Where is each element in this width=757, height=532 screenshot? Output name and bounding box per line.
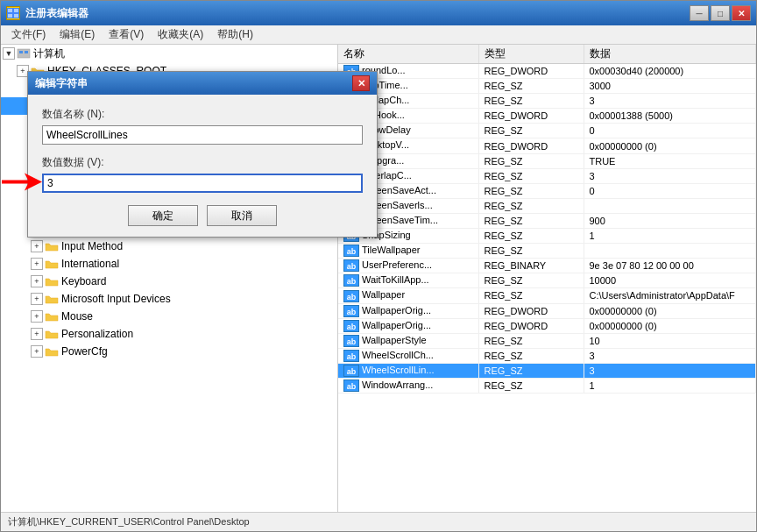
tree-node-computer[interactable]: ▼ 计算机	[1, 45, 337, 62]
tree-expand-personalization[interactable]: +	[31, 328, 43, 340]
table-row[interactable]: abWheelScrollLin...REG_SZ3	[338, 363, 756, 378]
menu-view[interactable]: 查看(V)	[102, 25, 151, 44]
main-window: 注册表编辑器 ─ □ ✕ 文件(F) 编辑(E) 查看(V) 收藏夹(A) 帮助…	[0, 0, 757, 532]
col-type[interactable]: 类型	[478, 45, 584, 64]
reg-name-cell: abWaitToKillApp...	[338, 273, 478, 288]
table-row[interactable]: abWheelScrollCh...REG_SZ3	[338, 348, 756, 363]
table-row[interactable]: abTileWallpaperREG_SZ	[338, 244, 756, 259]
tree-expand-computer[interactable]: ▼	[3, 47, 15, 60]
menu-help[interactable]: 帮助(H)	[210, 25, 260, 44]
table-row[interactable]: abWindowArrang...REG_SZ1	[338, 378, 756, 393]
dialog-close-button[interactable]: ✕	[352, 75, 370, 91]
tree-node-msinputdev[interactable]: + Microsoft Input Devices	[1, 290, 337, 308]
reg-data-cell	[584, 244, 756, 259]
table-row[interactable]: abUserPreferenc...REG_BINARY9e 3e 07 80 …	[338, 259, 756, 273]
reg-data-cell: 10000	[584, 273, 756, 288]
tree-label-international: International	[61, 258, 119, 270]
reg-type-cell: REG_SZ	[478, 288, 584, 303]
svg-rect-2	[14, 9, 18, 12]
maximize-button[interactable]: □	[711, 5, 730, 21]
title-bar-buttons: ─ □ ✕	[690, 5, 751, 21]
tree-node-keyboard[interactable]: + Keyboard	[1, 273, 337, 290]
registry-table: 名称 类型 数据 abroundLo...REG_DWORD0x00030d40…	[338, 45, 756, 394]
dialog-buttons: 确定 取消	[42, 205, 363, 226]
tree-node-mouse[interactable]: + Mouse	[1, 308, 337, 325]
reg-data-cell: 3000	[584, 79, 756, 94]
reg-name-cell: abWallpaper	[338, 288, 478, 303]
tree-label-msinputdev: Microsoft Input Devices	[61, 293, 171, 305]
svg-rect-6	[19, 51, 23, 53]
table-row[interactable]: abWallpaperStyleREG_SZ10	[338, 333, 756, 348]
folder-icon-international	[45, 258, 59, 270]
folder-icon-msinputdev	[45, 293, 59, 305]
reg-type-cell: REG_SZ	[478, 168, 584, 183]
reg-type-cell: REG_DWORD	[478, 64, 584, 79]
reg-data-cell: 0	[584, 124, 756, 138]
name-label: 数值名称 (N):	[42, 107, 363, 122]
tree-label-mouse: Mouse	[61, 310, 93, 323]
minimize-button[interactable]: ─	[690, 5, 709, 21]
table-row[interactable]: abWallpaperREG_SZC:\Users\Administrator\…	[338, 288, 756, 303]
tree-expand-msinputdev[interactable]: +	[31, 293, 43, 305]
tree-expand-international[interactable]: +	[31, 258, 43, 270]
reg-type-icon: ab	[343, 245, 359, 257]
table-row[interactable]: abWallpaperOrig...REG_DWORD0x00000000 (0…	[338, 318, 756, 333]
data-input[interactable]	[42, 174, 363, 193]
table-row[interactable]: abVerlapCh...REG_SZ3	[338, 94, 756, 109]
table-row[interactable]: abOVerlapC...REG_SZ3	[338, 168, 756, 183]
tree-expand-keyboard[interactable]: +	[31, 275, 43, 287]
tree-expand-powercfg[interactable]: +	[31, 345, 43, 358]
table-row[interactable]: abn Upgra...REG_SZTRUE	[338, 153, 756, 168]
table-row[interactable]: abAppTime...REG_SZ3000	[338, 79, 756, 94]
tree-node-powercfg[interactable]: + PowerCfg	[1, 343, 337, 360]
reg-type-cell: REG_SZ	[478, 183, 584, 198]
reg-type-cell: REG_DWORD	[478, 109, 584, 124]
tree-expand-inputmethod[interactable]: +	[31, 240, 43, 252]
table-row[interactable]: abdesktopV...REG_DWORD0x00000000 (0)	[338, 138, 756, 153]
registry-panel[interactable]: 名称 类型 数据 abroundLo...REG_DWORD0x00030d40…	[338, 45, 756, 512]
reg-type-cell: REG_SZ	[478, 333, 584, 348]
reg-data-cell: 3	[584, 363, 756, 378]
reg-name-cell: abUserPreferenc...	[338, 259, 478, 273]
reg-name-cell: abWheelScrollCh...	[338, 348, 478, 363]
table-row[interactable]: abWallpaperOrig...REG_DWORD0x00000000 (0…	[338, 303, 756, 318]
col-name[interactable]: 名称	[338, 45, 478, 64]
reg-type-icon: ab	[343, 350, 359, 362]
folder-icon-mouse	[45, 310, 59, 323]
reg-type-icon: ab	[343, 379, 359, 392]
menu-favorites[interactable]: 收藏夹(A)	[151, 25, 210, 44]
cancel-button[interactable]: 取消	[207, 205, 277, 226]
tree-label-powercfg: PowerCfg	[61, 345, 108, 358]
close-button[interactable]: ✕	[732, 5, 751, 21]
tree-node-inputmethod[interactable]: + Input Method	[1, 238, 337, 255]
table-row[interactable]: abShowDelayREG_SZ0	[338, 124, 756, 138]
table-row[interactable]: abvelHook...REG_DWORD0x00001388 (5000)	[338, 109, 756, 124]
col-data[interactable]: 数据	[584, 45, 756, 64]
table-row[interactable]: abScreenSaveTim...REG_SZ900	[338, 213, 756, 228]
menu-edit[interactable]: 编辑(E)	[53, 25, 102, 44]
table-row[interactable]: abScreenSaveAct...REG_SZ0	[338, 183, 756, 198]
table-row[interactable]: abScreenSaverls...REG_SZ	[338, 198, 756, 213]
tree-node-international[interactable]: + International	[1, 255, 337, 273]
reg-type-cell: REG_SZ	[478, 213, 584, 228]
reg-data-cell: 10	[584, 333, 756, 348]
reg-data-cell: 1	[584, 378, 756, 393]
tree-node-personalization[interactable]: + Personalization	[1, 325, 337, 343]
reg-data-cell: 3	[584, 94, 756, 109]
table-row[interactable]: abSnapSizingREG_SZ1	[338, 229, 756, 244]
folder-icon-powercfg	[45, 345, 59, 358]
table-row[interactable]: abWaitToKillApp...REG_SZ10000	[338, 273, 756, 288]
svg-rect-3	[8, 14, 12, 18]
table-row[interactable]: abroundLo...REG_DWORD0x00030d40 (200000)	[338, 64, 756, 79]
reg-name-cell: abWindowArrang...	[338, 378, 478, 393]
tree-expand-mouse[interactable]: +	[31, 310, 43, 323]
svg-rect-1	[8, 9, 12, 12]
ok-button[interactable]: 确定	[128, 205, 198, 226]
menu-file[interactable]: 文件(F)	[4, 25, 53, 44]
reg-type-cell: REG_SZ	[478, 273, 584, 288]
reg-name-cell: abWallpaperOrig...	[338, 303, 478, 318]
reg-data-cell	[584, 198, 756, 213]
reg-data-cell: 3	[584, 348, 756, 363]
name-input[interactable]	[42, 125, 363, 145]
reg-type-cell: REG_DWORD	[478, 138, 584, 153]
